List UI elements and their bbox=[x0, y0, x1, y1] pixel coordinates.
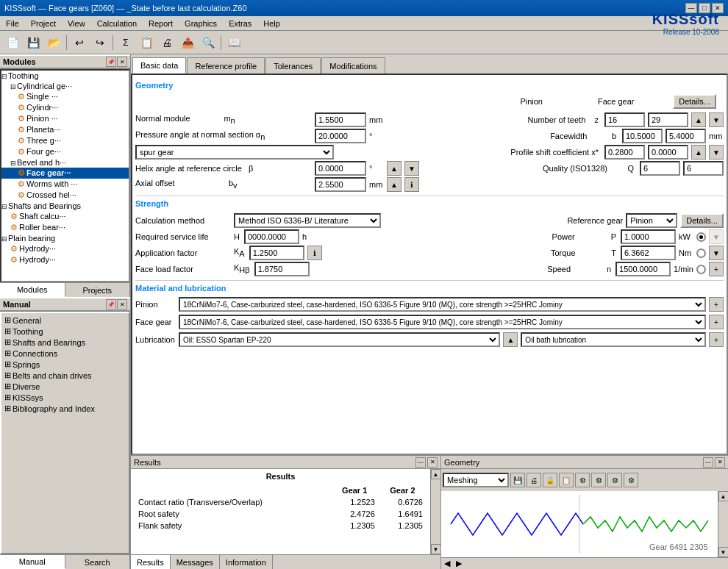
tab-tolerances[interactable]: Tolerances bbox=[265, 57, 321, 74]
tab-basic-data[interactable]: Basic data bbox=[132, 57, 186, 74]
geo-copy-btn[interactable]: 📋 bbox=[559, 473, 574, 487]
manual-belts[interactable]: ⊞Belts and chain drives bbox=[3, 370, 127, 381]
lubrication-select[interactable]: Oil: ESSO Spartan EP-220 bbox=[179, 332, 500, 347]
tree-fourge[interactable]: ⚙Four ge··· bbox=[1, 146, 129, 157]
tab-modules[interactable]: Modules bbox=[0, 283, 65, 297]
profileshift-down[interactable]: ▼ bbox=[709, 145, 724, 160]
tree-planeta[interactable]: ⚙Planeta··· bbox=[1, 124, 129, 135]
menu-calculation[interactable]: Calculation bbox=[94, 18, 140, 29]
profileshift-up[interactable]: ▲ bbox=[691, 145, 706, 160]
speed-input[interactable] bbox=[615, 262, 671, 276]
results-scrollbar[interactable]: ▲ ▼ bbox=[430, 469, 440, 554]
tree-cylindr[interactable]: ⚙Cylindr··· bbox=[1, 102, 129, 113]
toolbar-calc[interactable]: Σ bbox=[116, 34, 135, 51]
facegear-teeth-input[interactable] bbox=[648, 112, 688, 127]
results-minimize-btn[interactable]: — bbox=[415, 457, 426, 468]
geometry-details-btn[interactable]: Details... bbox=[673, 94, 716, 109]
helix-icon1[interactable]: ▲ bbox=[387, 161, 402, 176]
app-factor-info[interactable]: ℹ bbox=[307, 246, 322, 260]
geo-print-btn[interactable]: 🖨 bbox=[527, 473, 541, 487]
tree-shafts[interactable]: ⊟Shafts and Bearings bbox=[1, 201, 129, 211]
toolbar-help[interactable]: 📖 bbox=[224, 34, 243, 51]
normal-module-input[interactable] bbox=[315, 112, 366, 127]
tab-information[interactable]: Information bbox=[220, 555, 273, 569]
calc-method-select[interactable]: Method ISO 6336-B/ Literature bbox=[234, 213, 381, 228]
geometry-canvas[interactable]: Gear 6491 2305 bbox=[441, 491, 718, 557]
tab-messages[interactable]: Messages bbox=[171, 555, 220, 569]
lub-type-select[interactable]: Oil bath lubrication bbox=[521, 332, 706, 347]
lub-icon2[interactable]: + bbox=[709, 332, 724, 347]
pinion-teeth-input[interactable] bbox=[604, 112, 645, 127]
lub-icon1[interactable]: ▲ bbox=[503, 332, 518, 347]
manual-connections[interactable]: ⊞Connections bbox=[3, 348, 127, 359]
pinion-mat-icon[interactable]: + bbox=[709, 297, 724, 312]
speed-icon[interactable]: + bbox=[709, 262, 724, 276]
geo-scroll-up[interactable]: ▲ bbox=[718, 491, 729, 501]
menu-graphics[interactable]: Graphics bbox=[182, 18, 220, 29]
pinion-profileshift-input[interactable] bbox=[604, 145, 645, 160]
manual-diverse[interactable]: ⊞Diverse bbox=[3, 381, 127, 392]
geometry-dropdown[interactable]: Meshing bbox=[443, 473, 509, 487]
results-close-btn[interactable]: ✕ bbox=[427, 457, 438, 468]
torque-radio[interactable] bbox=[696, 248, 706, 258]
manual-springs[interactable]: ⊞Springs bbox=[3, 359, 127, 370]
tree-shaftcalc[interactable]: ⚙Shaft calcu··· bbox=[1, 211, 129, 222]
geo-lock-btn[interactable]: 🔒 bbox=[543, 473, 557, 487]
manual-kissys[interactable]: ⊞KISSsys bbox=[3, 392, 127, 403]
normal-module-down[interactable]: ▼ bbox=[709, 112, 724, 127]
menu-extras[interactable]: Extras bbox=[226, 18, 254, 29]
geometry-minimize-btn[interactable]: — bbox=[703, 457, 713, 468]
gear-type-select[interactable]: spur gear bbox=[135, 145, 334, 160]
toolbar-new[interactable]: 📄 bbox=[3, 34, 22, 51]
tree-plainbearing[interactable]: ⊟Plain bearing bbox=[1, 233, 129, 243]
tab-search[interactable]: Search bbox=[65, 555, 131, 569]
tree-worms[interactable]: ⚙Worms with ··· bbox=[1, 179, 129, 190]
helix-angle-input[interactable] bbox=[315, 161, 366, 176]
manual-shafts[interactable]: ⊞Shafts and Bearings bbox=[3, 337, 127, 348]
tab-results[interactable]: Results bbox=[131, 555, 171, 569]
toolbar-undo[interactable]: ↩ bbox=[70, 34, 89, 51]
toolbar-search[interactable]: 🔍 bbox=[199, 34, 218, 51]
results-scroll-down[interactable]: ▼ bbox=[431, 544, 441, 554]
axial-icon2[interactable]: ℹ bbox=[404, 177, 419, 192]
facegear-profileshift-input[interactable] bbox=[648, 145, 688, 160]
modules-close-btn[interactable]: ✕ bbox=[117, 57, 127, 67]
manual-bibliography[interactable]: ⊞Bibliography and Index bbox=[3, 403, 127, 414]
face-load-input[interactable] bbox=[254, 262, 310, 276]
speed-radio[interactable] bbox=[696, 265, 706, 274]
normal-module-up[interactable]: ▲ bbox=[691, 112, 706, 127]
tree-toothing[interactable]: ⊟Toothing bbox=[1, 71, 129, 81]
geo-gear3-btn[interactable]: ⚙ bbox=[607, 473, 622, 487]
tab-reference-profile[interactable]: Reference profile bbox=[187, 57, 265, 74]
pressure-angle-input[interactable] bbox=[315, 129, 366, 143]
toolbar-redo[interactable]: ↪ bbox=[90, 34, 110, 51]
power-input[interactable] bbox=[621, 229, 676, 244]
tab-modifications[interactable]: Modifications bbox=[321, 57, 385, 74]
toolbar-open[interactable]: 📂 bbox=[44, 34, 63, 51]
geo-scroll-down[interactable]: ▼ bbox=[718, 547, 729, 557]
menu-file[interactable]: File bbox=[3, 18, 22, 29]
tree-pinion[interactable]: ⚙Pinion ··· bbox=[1, 113, 129, 124]
manual-pin-btn[interactable]: 📌 bbox=[106, 299, 116, 309]
pinion-facewidth-input[interactable] bbox=[622, 129, 663, 143]
tree-threeg[interactable]: ⚙Three g··· bbox=[1, 135, 129, 146]
modules-pin-btn[interactable]: 📌 bbox=[106, 57, 116, 67]
tree-rollerbear[interactable]: ⚙Roller bear··· bbox=[1, 222, 129, 233]
tree-hydrody1[interactable]: ⚙Hydrody··· bbox=[1, 243, 129, 254]
toolbar-save[interactable]: 💾 bbox=[24, 34, 43, 51]
toolbar-print[interactable]: 🖨 bbox=[157, 34, 176, 51]
tree-bevel[interactable]: ⊟Bevel and h··· bbox=[1, 157, 129, 168]
menu-report[interactable]: Report bbox=[146, 18, 176, 29]
manual-general[interactable]: ⊞General bbox=[3, 315, 127, 326]
facegear-mat-icon[interactable]: + bbox=[709, 315, 724, 329]
tree-hydrody2[interactable]: ⚙Hydrody··· bbox=[1, 254, 129, 265]
menu-view[interactable]: View bbox=[65, 18, 88, 29]
geometry-scrollbar[interactable]: ▲ ▼ bbox=[718, 491, 728, 557]
geo-gear1-btn[interactable]: ⚙ bbox=[575, 473, 590, 487]
app-factor-input[interactable] bbox=[249, 246, 304, 260]
pinion-quality-input[interactable] bbox=[640, 161, 680, 176]
toolbar-export[interactable]: 📤 bbox=[178, 34, 197, 51]
facegear-facewidth-input[interactable] bbox=[665, 129, 706, 143]
menu-help[interactable]: Help bbox=[260, 18, 283, 29]
tab-projects[interactable]: Projects bbox=[65, 283, 131, 297]
